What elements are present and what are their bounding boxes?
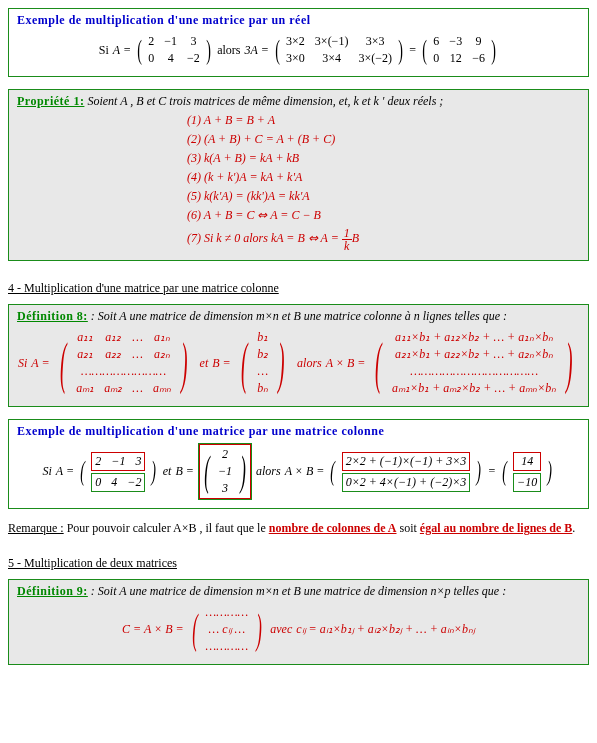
matrix-calc: ( 3×23×(−1)3×3 3×03×43×(−2) ) [273, 32, 406, 68]
prop-item-1: (1) A + B = B + A [187, 113, 580, 128]
def8-title: Définition 8: [17, 309, 88, 323]
remarque-text: Pour pouvoir calculer A×B , il faut que … [67, 521, 576, 535]
def8-matrix-b: ( b₁ b₂ … bₙ ) [235, 328, 291, 398]
definition-8: Définition 8: : Soit A une matrice de di… [8, 304, 589, 407]
three-a: 3A = [245, 43, 269, 58]
def8-math: Si A = ( a₁₁a₁₂…a₁ₙ a₂₁a₂₂…a₂ₙ …………………… … [17, 328, 580, 398]
equals: = [409, 43, 416, 58]
a-equals: A = [113, 43, 131, 58]
prop-item-2: (2) (A + B) + C = A + (B + C) [187, 132, 580, 147]
prop-item-4: (4) (k + k')A = kA + k'A [187, 170, 580, 185]
property-header: Propriété 1: Soient A , B et C trois mat… [17, 94, 580, 109]
def9-math: C = A × B = ( ………… … cᵢⱼ … ………… ) avec c… [17, 603, 580, 656]
property-intro: Soient A , B et C trois matrices de même… [87, 94, 443, 108]
si-text: Si [99, 43, 109, 58]
property-title: Propriété 1: [17, 94, 84, 108]
alors-text: alors [217, 43, 240, 58]
property-list: (1) A + B = B + A (2) (A + B) + C = A + … [187, 113, 580, 252]
def9-matrix-c: ( ………… … cᵢⱼ … ………… ) [188, 603, 267, 656]
example-math: Si A = ( 2−13 04−2 ) alors 3A = ( 3×23×(… [17, 32, 580, 68]
def9-intro: : Soit A une matrice de dimension m×n et… [91, 584, 506, 598]
ex2-matrix-a: ( 2−13 04−2 ) [78, 450, 159, 494]
prop-item-5: (5) k(k'A) = (kk')A = kk'A [187, 189, 580, 204]
ex2-matrix-b: ( 2 −1 3 ) [200, 445, 250, 498]
def8-matrix-ab: ( a₁₁×b₁ + a₁₂×b₂ + … + a₁ₙ×bₙ a₂₁×b₁ + … [369, 328, 579, 398]
remarque-label: Remarque : [8, 521, 64, 535]
matrix-a: ( 2−13 04−2 ) [135, 32, 213, 68]
definition-9: Définition 9: : Soit A une matrice de di… [8, 579, 589, 665]
ex2-math: Si A = ( 2−13 04−2 ) et B = ( 2 −1 3 ) a… [17, 443, 580, 500]
def9-title: Définition 9: [17, 584, 88, 598]
ex2-title: Exemple de multiplication d'une matrice … [17, 424, 580, 439]
example-title: Exemple de multiplication d'une matrice … [17, 13, 580, 28]
remarque: Remarque : Pour pouvoir calculer A×B , i… [8, 521, 589, 536]
property-1: Propriété 1: Soient A , B et C trois mat… [8, 89, 589, 261]
ex2-matrix-calc: ( 2×2 + (−1)×(−1) + 3×3 0×2 + 4×(−1) + (… [328, 450, 483, 494]
prop-item-7: (7) Si k ≠ 0 alors kA = B ⇔ A = 1kB [187, 227, 580, 252]
def9-header: Définition 9: : Soit A une matrice de di… [17, 584, 580, 599]
section-5-title: 5 - Multiplication de deux matrices [8, 556, 589, 571]
def8-intro: : Soit A une matrice de dimension m×n et… [91, 309, 507, 323]
prop-item-3: (3) k(A + B) = kA + kB [187, 151, 580, 166]
prop-item-6: (6) A + B = C ⇔ A = C − B [187, 208, 580, 223]
example-column-mult: Exemple de multiplication d'une matrice … [8, 419, 589, 509]
matrix-result: ( 6−39 012−6 ) [420, 32, 498, 68]
def8-header: Définition 8: : Soit A une matrice de di… [17, 309, 580, 324]
def8-matrix-a: ( a₁₁a₁₂…a₁ₙ a₂₁a₂₂…a₂ₙ …………………… aₘ₁aₘ₂…… [54, 328, 194, 398]
ex2-matrix-result: ( 14 −10 ) [500, 450, 555, 494]
section-4-title: 4 - Multiplication d'une matrice par une… [8, 281, 589, 296]
example-scalar-mult: Exemple de multiplication d'une matrice … [8, 8, 589, 77]
